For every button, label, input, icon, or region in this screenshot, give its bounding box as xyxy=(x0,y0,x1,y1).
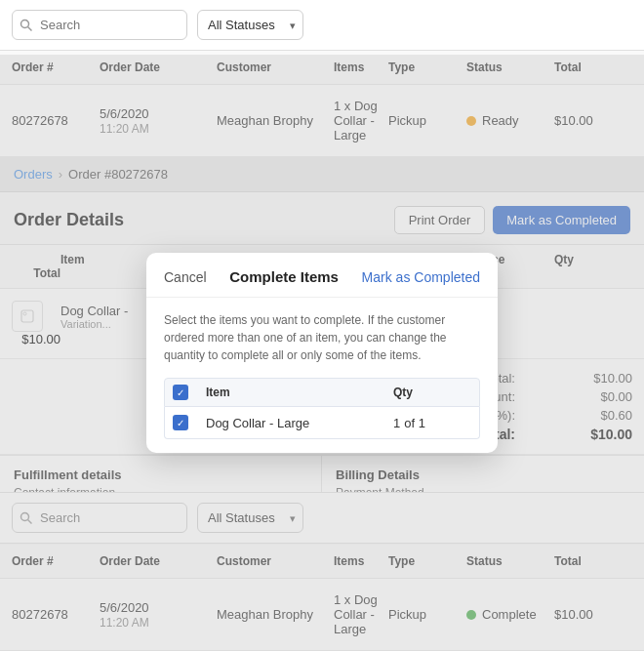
modal-body: Select the items you want to complete. I… xyxy=(146,298,498,453)
svg-line-1 xyxy=(28,26,32,30)
complete-items-modal: Cancel Complete Items Mark as Completed … xyxy=(146,253,498,453)
modal-item-row: ✓ Dog Collar - Large 1 of 1 xyxy=(164,407,480,439)
svg-point-0 xyxy=(21,20,29,27)
item-checkbox[interactable]: ✓ xyxy=(173,415,188,430)
qty-value: 1 xyxy=(393,416,400,430)
modal-overlay: Cancel Complete Items Mark as Completed … xyxy=(0,55,644,651)
modal-header: Cancel Complete Items Mark as Completed xyxy=(146,253,498,298)
status-dropdown[interactable]: All Statuses xyxy=(197,10,303,40)
qty-of: of 1 xyxy=(404,416,425,430)
top-search-wrapper xyxy=(12,10,187,40)
status-dropdown-wrapper: All Statuses xyxy=(197,10,303,40)
modal-mark-completed-button[interactable]: Mark as Completed xyxy=(362,269,480,285)
search-icon xyxy=(20,19,33,32)
modal-col-item: Item xyxy=(206,386,387,399)
search-input[interactable] xyxy=(12,10,187,40)
qty-control: 1 of 1 xyxy=(393,416,471,430)
modal-items-header: ✓ Item Qty xyxy=(164,378,480,407)
modal-title: Complete Items xyxy=(229,268,339,285)
top-search-bar: All Statuses xyxy=(0,0,644,51)
modal-col-qty: Qty xyxy=(393,386,471,399)
modal-item-name: Dog Collar - Large xyxy=(206,416,387,430)
select-all-checkbox[interactable]: ✓ xyxy=(173,385,188,400)
modal-description: Select the items you want to complete. I… xyxy=(164,311,480,364)
modal-cancel-button[interactable]: Cancel xyxy=(164,269,207,285)
